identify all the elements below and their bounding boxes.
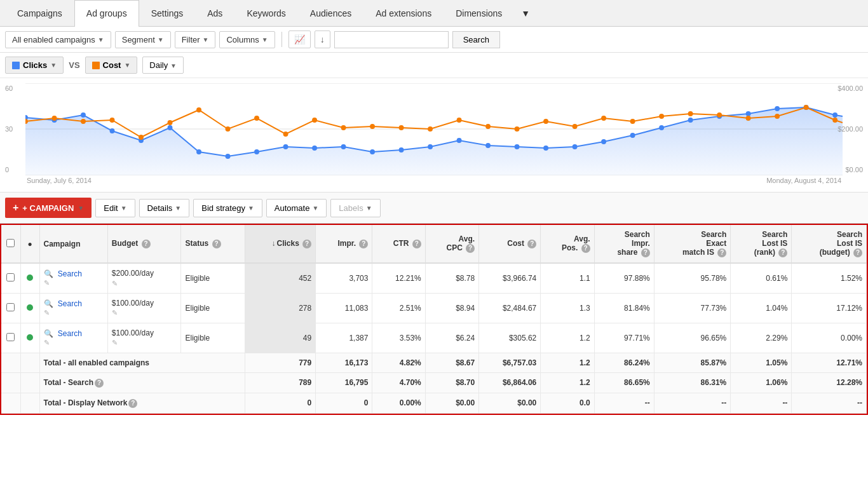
svg-point-8 [168, 125, 173, 130]
tab-dimensions[interactable]: Dimensions [444, 0, 514, 26]
total-help-icon[interactable]: ? [128, 399, 137, 408]
campaign-link[interactable]: Search [58, 269, 82, 278]
col-avg-cpc: Avg.CPC ? [425, 225, 478, 263]
labels-button[interactable]: Labels ▼ [330, 199, 380, 217]
row-avg-cpc-cell: $8.78 [425, 263, 478, 293]
total-row: Total - Display Network? 0 0 0.00% $0.00… [1, 393, 867, 413]
download-icon-button[interactable]: ↓ [315, 30, 330, 48]
plus-icon: + [13, 202, 18, 214]
chevron-down-icon: ▼ [158, 36, 164, 43]
total-label-cell: Total - all enabled campaigns [39, 353, 245, 372]
total-ctr-cell: 4.82% [372, 353, 425, 372]
search-button[interactable]: Search [452, 31, 500, 48]
search-lost-budget-help-icon[interactable]: ? [853, 248, 862, 257]
search-exact-help-icon[interactable]: ? [717, 248, 726, 257]
avg-cpc-help-icon[interactable]: ? [466, 244, 475, 253]
edit-pencil-icon[interactable]: ✎ [112, 308, 177, 317]
bid-strategy-button[interactable]: Bid strategy ▼ [193, 199, 262, 217]
columns-button[interactable]: Columns ▼ [219, 31, 275, 48]
tab-adgroups[interactable]: Ad groups [74, 0, 139, 27]
tab-settings[interactable]: Settings [139, 0, 196, 26]
segment-button[interactable]: Segment ▼ [115, 31, 171, 48]
row-search-lost-rank-cell: 2.29% [731, 323, 792, 353]
all-campaigns-filter[interactable]: All enabled campaigns ▼ [5, 31, 111, 48]
total-ctr-cell: 0.00% [372, 393, 425, 413]
total-search-impr-cell: -- [594, 393, 654, 413]
total-clicks-cell: 789 [245, 372, 316, 393]
tab-ad-extensions[interactable]: Ad extensions [363, 0, 444, 26]
svg-point-28 [746, 111, 751, 116]
search-input[interactable] [334, 31, 449, 48]
svg-point-50 [543, 119, 548, 124]
svg-point-51 [573, 124, 578, 129]
row-ctr-cell: 2.51% [372, 293, 425, 323]
chevron-down-icon: ▼ [121, 205, 127, 212]
svg-point-11 [254, 149, 259, 154]
search-lost-rank-help-icon[interactable]: ? [778, 248, 787, 257]
edit-pencil-icon[interactable]: ✎ [112, 279, 177, 288]
row-clicks-cell: 278 [245, 293, 316, 323]
total-row: Total - Search? 789 16,795 4.70% $8.70 $… [1, 372, 867, 393]
total-search-lost-rank-cell: 1.06% [731, 372, 792, 393]
svg-point-12 [283, 144, 288, 149]
tab-audiences[interactable]: Audiences [298, 0, 363, 26]
total-search-lost-rank-cell: 1.05% [731, 353, 792, 372]
row-search-lost-budget-cell: 0.00% [792, 323, 867, 353]
tab-keywords[interactable]: Keywords [234, 0, 297, 26]
row-search-lost-rank-cell: 0.61% [731, 263, 792, 293]
avg-pos-help-icon[interactable]: ? [581, 244, 590, 253]
impr-help-icon[interactable]: ? [359, 240, 368, 248]
row-search-lost-rank-cell: 1.04% [731, 293, 792, 323]
row-checkbox[interactable] [6, 303, 15, 311]
total-empty-checkbox [1, 353, 20, 372]
row-impr-cell: 3,703 [316, 263, 372, 293]
metric2-button[interactable]: Cost ▼ [85, 57, 138, 74]
edit-pencil-icon[interactable]: ✎ [44, 339, 50, 347]
filter-button[interactable]: Filter ▼ [175, 31, 216, 48]
col-status-dot: ● [20, 225, 39, 263]
chart-y-right: $400.00 $200.00 $0.00 [837, 85, 863, 173]
automate-button[interactable]: Automate ▼ [266, 199, 327, 217]
campaign-link[interactable]: Search [58, 299, 82, 308]
tab-ads[interactable]: Ads [195, 0, 234, 26]
period-button[interactable]: Daily ▼ [142, 57, 183, 74]
ctr-help-icon[interactable]: ? [412, 240, 421, 248]
edit-button[interactable]: Edit ▼ [95, 199, 135, 217]
clicks-help-icon[interactable]: ? [302, 240, 311, 248]
row-checkbox[interactable] [6, 333, 15, 341]
edit-pencil-icon[interactable]: ✎ [44, 309, 50, 317]
total-help-icon[interactable]: ? [95, 379, 104, 388]
svg-point-59 [804, 105, 809, 110]
row-cost-cell: $305.62 [479, 323, 541, 353]
svg-point-15 [370, 149, 375, 154]
add-campaign-button[interactable]: + + CAMPAIGN ▼ [5, 198, 92, 218]
search-impr-help-icon[interactable]: ? [641, 248, 650, 257]
tab-more[interactable]: ▼ [514, 0, 537, 26]
row-status-text-cell: Eligible [181, 263, 245, 293]
svg-point-21 [543, 146, 548, 151]
tab-campaigns[interactable]: Campaigns [5, 0, 74, 26]
budget-help-icon[interactable]: ? [142, 240, 151, 248]
edit-pencil-icon[interactable]: ✎ [44, 279, 50, 287]
total-search-lost-budget-cell: 12.28% [792, 372, 867, 393]
cost-help-icon[interactable]: ? [527, 240, 536, 248]
status-dot-icon [27, 274, 33, 281]
chart-icon-button[interactable]: 📈 [288, 30, 311, 48]
row-checkbox[interactable] [6, 273, 15, 281]
status-dot-icon [27, 334, 33, 341]
details-button[interactable]: Details ▼ [139, 199, 190, 217]
svg-point-56 [717, 112, 722, 118]
edit-pencil-icon[interactable]: ✎ [112, 338, 177, 347]
status-help-icon[interactable]: ? [212, 240, 221, 248]
total-empty-checkbox [1, 393, 20, 413]
campaign-link[interactable]: Search [58, 329, 82, 338]
svg-point-52 [601, 116, 606, 121]
metric1-button[interactable]: Clicks ▼ [5, 57, 64, 74]
total-search-lost-budget-cell: -- [792, 393, 867, 413]
select-all-checkbox[interactable] [6, 239, 15, 247]
svg-point-5 [81, 112, 86, 118]
svg-point-17 [428, 144, 433, 149]
col-search-lost-rank: SearchLost IS(rank) ? [731, 225, 792, 263]
svg-point-55 [688, 111, 693, 116]
row-budget-cell: $100.00/day ✎ [107, 293, 181, 323]
